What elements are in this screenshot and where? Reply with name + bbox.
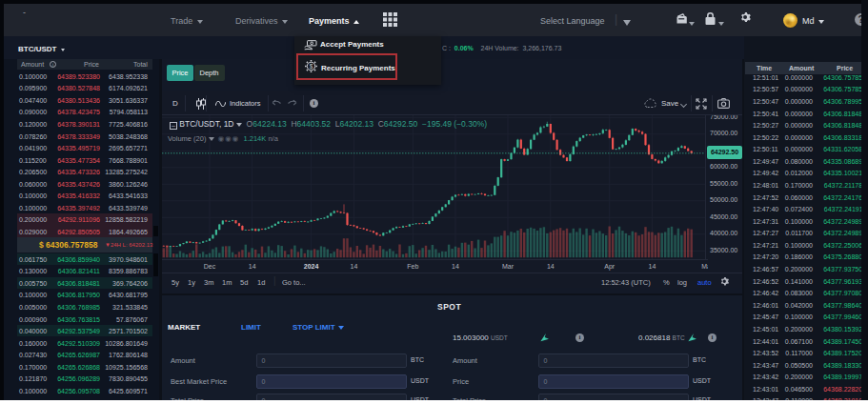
svg-text:$: $	[310, 63, 313, 70]
